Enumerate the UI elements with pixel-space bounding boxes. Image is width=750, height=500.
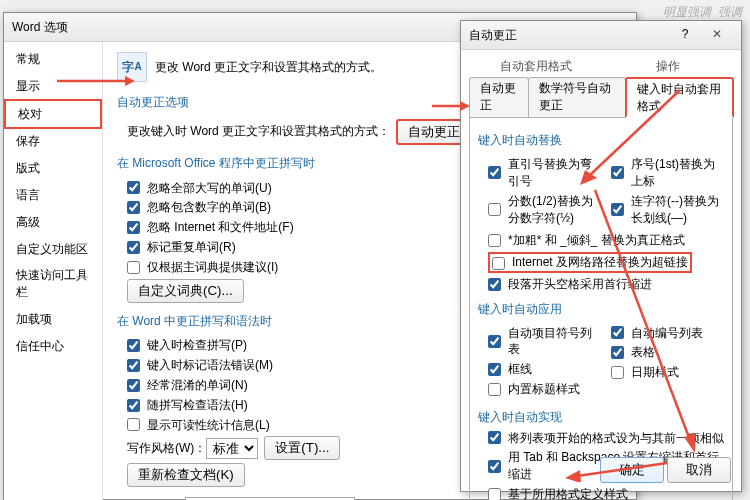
custom-dict-button[interactable]: 自定义词典(C)... xyxy=(127,279,244,303)
heading-styles-checkbox[interactable] xyxy=(488,383,501,396)
first-line-indent-checkbox[interactable] xyxy=(488,278,501,291)
sidebar-item-1[interactable]: 显示 xyxy=(4,73,102,100)
bold-italic-checkbox[interactable] xyxy=(488,234,501,247)
mark-grammar-checkbox[interactable] xyxy=(127,359,140,372)
flag-repeated-checkbox[interactable] xyxy=(127,241,140,254)
fractions-checkbox[interactable] xyxy=(488,203,501,216)
tables-checkbox[interactable] xyxy=(611,346,624,359)
define-styles-checkbox[interactable] xyxy=(488,488,501,500)
help-icon[interactable]: ? xyxy=(669,25,701,45)
recheck-doc-button[interactable]: 重新检查文档(K) xyxy=(127,463,245,487)
sidebar-item-0[interactable]: 常规 xyxy=(4,46,102,73)
proofing-icon: 字A xyxy=(117,52,147,82)
tab-math[interactable]: 数学符号自动更正 xyxy=(528,77,626,118)
sidebar-item-5[interactable]: 语言 xyxy=(4,182,102,209)
sidebar-item-9[interactable]: 加载项 xyxy=(4,306,102,333)
ordinals-checkbox[interactable] xyxy=(611,166,624,179)
grammar-with-spelling-checkbox[interactable] xyxy=(127,399,140,412)
tab-backspace-indent-checkbox[interactable] xyxy=(488,460,501,473)
autocorrect-tabs: 自动更正 数学符号自动更正 键入时自动套用格式 xyxy=(469,77,733,119)
format-list-item-checkbox[interactable] xyxy=(488,431,501,444)
tab-group-actions: 操作 xyxy=(601,56,734,77)
date-style-checkbox[interactable] xyxy=(611,366,624,379)
sidebar: 常规显示校对保存版式语言高级自定义功能区快速访问工具栏加载项信任中心 xyxy=(4,42,103,500)
numbered-list-checkbox[interactable] xyxy=(611,326,624,339)
ignore-urls-checkbox[interactable] xyxy=(127,221,140,234)
dialog-title: Word 选项 xyxy=(12,19,68,36)
close-icon[interactable]: ✕ xyxy=(701,25,733,45)
sidebar-item-10[interactable]: 信任中心 xyxy=(4,333,102,360)
readability-stats-checkbox[interactable] xyxy=(127,418,140,431)
headline: 更改 Word 更正文字和设置其格式的方式。 xyxy=(155,59,382,76)
confused-words-checkbox[interactable] xyxy=(127,379,140,392)
cancel-button[interactable]: 取消 xyxy=(667,457,731,483)
sidebar-item-2[interactable]: 校对 xyxy=(4,99,102,130)
borders-checkbox[interactable] xyxy=(488,363,501,376)
sidebar-item-3[interactable]: 保存 xyxy=(4,128,102,155)
internet-hyperlink-checkbox[interactable] xyxy=(492,257,505,270)
sidebar-item-4[interactable]: 版式 xyxy=(4,155,102,182)
dialog-title: 自动更正 xyxy=(469,27,517,44)
smart-quotes-checkbox[interactable] xyxy=(488,166,501,179)
internet-hyperlink-highlight: Internet 及网络路径替换为超链接 xyxy=(488,252,692,273)
check-spelling-typing-checkbox[interactable] xyxy=(127,339,140,352)
style-settings-button[interactable]: 设置(T)... xyxy=(264,436,340,460)
tab-autoformat-typing[interactable]: 键入时自动套用格式 xyxy=(625,77,734,119)
bullet-list-checkbox[interactable] xyxy=(488,335,501,348)
autocorrect-titlebar: 自动更正 ? ✕ xyxy=(461,21,741,50)
hyphens-checkbox[interactable] xyxy=(611,203,624,216)
sidebar-item-6[interactable]: 高级 xyxy=(4,209,102,236)
tab-group-autoformat: 自动套用格式 xyxy=(469,56,602,77)
sidebar-item-7[interactable]: 自定义功能区 xyxy=(4,236,102,263)
writing-style-select[interactable]: 标准 xyxy=(206,438,258,459)
ok-button[interactable]: 确定 xyxy=(600,457,664,483)
tab-autocorrect[interactable]: 自动更正 xyxy=(469,77,529,118)
sidebar-item-8[interactable]: 快速访问工具栏 xyxy=(4,262,102,306)
ignore-numbers-checkbox[interactable] xyxy=(127,201,140,214)
main-dict-only-checkbox[interactable] xyxy=(127,261,140,274)
autocorrect-dialog: 自动更正 ? ✕ 自动套用格式 操作 自动更正 数学符号自动更正 键入时自动套用… xyxy=(460,20,742,492)
ignore-uppercase-checkbox[interactable] xyxy=(127,181,140,194)
